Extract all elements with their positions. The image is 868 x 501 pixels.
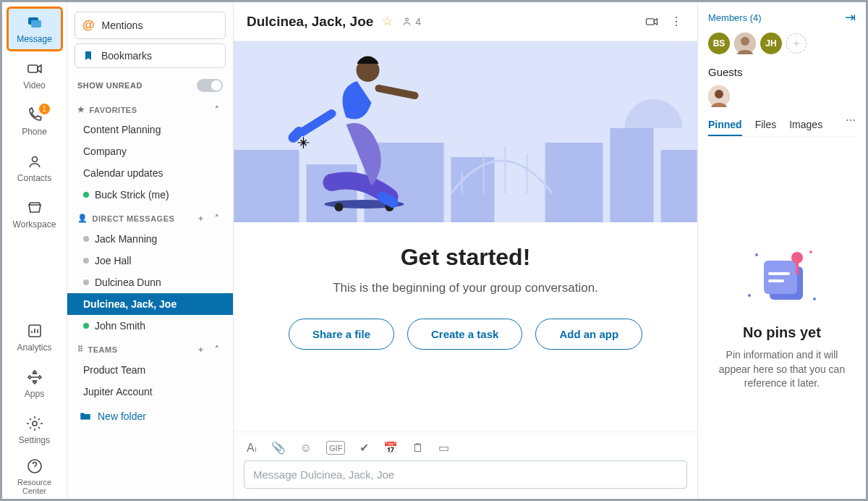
tab-pinned[interactable]: Pinned xyxy=(708,114,742,136)
team-item[interactable]: Product Team xyxy=(67,359,233,381)
star-icon[interactable]: ☆ xyxy=(382,14,393,29)
rail-workspace[interactable]: Workspace xyxy=(7,192,63,237)
avatar[interactable] xyxy=(734,33,756,54)
emoji-icon[interactable]: ☺ xyxy=(300,441,312,455)
dm-item[interactable]: Dulcinea Dunn xyxy=(67,271,233,293)
message-input[interactable] xyxy=(244,460,687,489)
guest-avatar[interactable] xyxy=(708,85,730,107)
favorite-item[interactable]: Buck Strick (me) xyxy=(67,184,233,206)
dm-item[interactable]: John Smith xyxy=(67,315,233,337)
rail-settings[interactable]: Settings xyxy=(7,408,63,452)
skyline-illustration xyxy=(234,41,697,222)
rail-label: Workspace xyxy=(13,219,56,230)
start-video-icon[interactable] xyxy=(644,14,660,30)
direct-title: DIRECT MESSAGES xyxy=(93,214,175,223)
team-item[interactable]: Jupiter Account xyxy=(67,381,233,403)
avatar[interactable]: BS xyxy=(708,33,730,54)
mentions-button[interactable]: @ Mentions xyxy=(75,12,226,39)
rail-contacts[interactable]: Contacts xyxy=(7,146,63,190)
list-item-label: Joe Hall xyxy=(95,255,132,266)
settings-icon xyxy=(26,415,43,432)
show-unread-toggle[interactable] xyxy=(197,79,223,92)
collapse-panel-icon[interactable]: ⇥ xyxy=(845,9,856,25)
right-panel: Members (4) ⇥ BS JH ＋ Guests Pinned File… xyxy=(698,2,866,499)
list-item-label: Product Team xyxy=(83,364,145,376)
code-icon[interactable]: ▭ xyxy=(438,441,449,455)
apps-icon xyxy=(26,369,43,386)
rail-message[interactable]: Message xyxy=(7,7,63,51)
task-icon[interactable]: ✔ xyxy=(359,441,369,455)
avatar-photo-icon xyxy=(708,85,730,107)
calendar-icon[interactable]: 📅 xyxy=(383,441,398,455)
bookmark-icon xyxy=(82,50,94,62)
person-icon xyxy=(401,16,412,27)
tab-images[interactable]: Images xyxy=(789,114,822,136)
dm-item[interactable]: Joe Hall xyxy=(67,250,233,271)
svg-point-5 xyxy=(33,421,37,426)
welcome-subtitle: This is the beginning of your group conv… xyxy=(333,281,598,295)
svg-rect-14 xyxy=(545,143,603,222)
guests-heading: Guests xyxy=(708,66,856,78)
teams-header[interactable]: ⠿ TEAMS ＋ ˄ xyxy=(67,337,233,359)
presence-dot xyxy=(83,258,89,264)
dm-item-selected[interactable]: Dulcinea, Jack, Joe xyxy=(67,293,233,315)
member-count[interactable]: 4 xyxy=(401,16,421,28)
svg-point-22 xyxy=(741,37,749,46)
svg-rect-32 xyxy=(768,279,784,282)
create-task-button[interactable]: Create a task xyxy=(407,319,522,350)
chat-main: Dulcinea, Jack, Joe ☆ 4 ⋮ xyxy=(234,2,698,499)
share-file-button[interactable]: Share a file xyxy=(289,319,394,350)
list-item-label: Dulcinea, Jack, Joe xyxy=(83,298,176,310)
plus-icon[interactable]: ＋ xyxy=(195,344,207,355)
svg-point-27 xyxy=(748,294,751,297)
svg-rect-30 xyxy=(764,261,797,294)
chevron-up-icon[interactable]: ˄ xyxy=(211,345,223,354)
more-icon[interactable]: ⋮ xyxy=(668,14,684,30)
svg-point-24 xyxy=(715,90,723,98)
pins-empty-body: Pin information and it will appear here … xyxy=(712,348,851,391)
chevron-up-icon[interactable]: ˄ xyxy=(211,214,223,223)
list-item-label: Jack Manning xyxy=(95,233,157,245)
plus-icon[interactable]: ＋ xyxy=(195,213,207,224)
svg-rect-8 xyxy=(647,18,655,24)
note-icon[interactable]: 🗒 xyxy=(412,441,424,455)
add-member-button[interactable]: ＋ xyxy=(786,33,807,54)
rail-help[interactable]: Resource Center xyxy=(7,454,63,499)
svg-point-28 xyxy=(813,298,816,300)
pins-illustration xyxy=(742,245,822,317)
svg-point-25 xyxy=(755,253,758,256)
new-folder-button[interactable]: New folder xyxy=(67,403,233,430)
svg-rect-16 xyxy=(661,150,697,222)
members-link[interactable]: Members (4) xyxy=(708,12,762,23)
add-app-button[interactable]: Add an app xyxy=(535,319,642,350)
favorites-header[interactable]: ★ FAVORITES ˄ xyxy=(67,98,233,119)
favorite-item[interactable]: Calendar updates xyxy=(67,162,233,184)
rail-label: Settings xyxy=(19,435,50,445)
rail-video[interactable]: Video xyxy=(7,53,63,98)
bookmarks-button[interactable]: Bookmarks xyxy=(75,43,226,68)
presence-dot xyxy=(83,279,89,285)
rail-apps[interactable]: Apps xyxy=(7,361,63,406)
presence-dot xyxy=(83,192,89,198)
member-count-value: 4 xyxy=(415,16,421,28)
direct-header[interactable]: 👤 DIRECT MESSAGES ＋ ˄ xyxy=(67,206,233,228)
rail-phone[interactable]: 1 Phone xyxy=(7,99,63,144)
rail-label: Contacts xyxy=(17,173,51,183)
chevron-up-icon[interactable]: ˄ xyxy=(211,105,223,114)
avatar[interactable]: JH xyxy=(760,33,782,54)
rail-label: Resource Center xyxy=(7,478,63,495)
svg-rect-1 xyxy=(31,20,41,28)
favorite-item[interactable]: Company xyxy=(67,140,233,162)
chat-header: Dulcinea, Jack, Joe ☆ 4 ⋮ xyxy=(234,2,697,41)
svg-rect-2 xyxy=(28,65,38,72)
attach-icon[interactable]: 📎 xyxy=(271,441,286,455)
svg-point-7 xyxy=(406,18,409,21)
format-icon[interactable]: Aᵢ xyxy=(247,441,257,455)
gif-icon[interactable]: GIF xyxy=(326,441,345,455)
dm-item[interactable]: Jack Manning xyxy=(67,228,233,250)
favorite-item[interactable]: Content Planning xyxy=(67,119,233,140)
tab-more-icon[interactable]: ⋯ xyxy=(846,114,856,136)
rail-label: Message xyxy=(17,34,52,44)
tab-files[interactable]: Files xyxy=(755,114,777,136)
rail-analytics[interactable]: Analytics xyxy=(7,315,63,360)
